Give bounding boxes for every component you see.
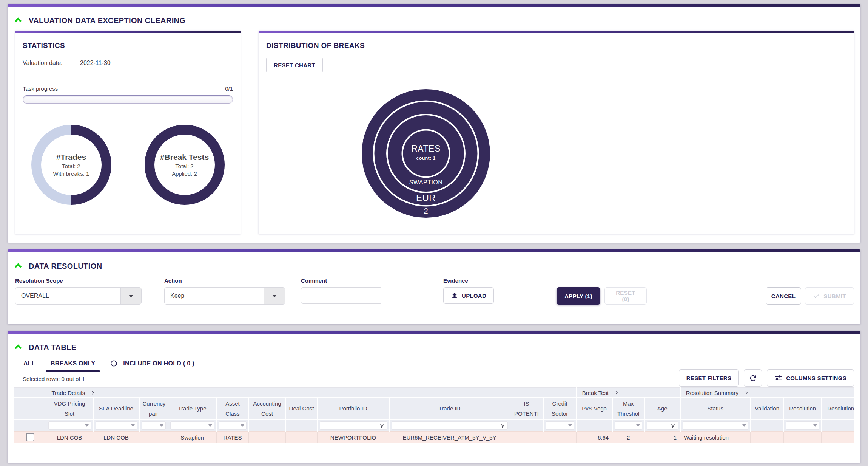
filter-cell — [543, 420, 577, 432]
reset-chart-button[interactable]: RESET CHART — [266, 57, 323, 73]
column-header-age[interactable]: Age — [644, 397, 680, 420]
column-header-col-0 — [14, 397, 46, 420]
filter-trade-type[interactable] — [170, 421, 214, 430]
collapse-chevron-up-icon[interactable] — [14, 16, 23, 25]
filter-cell — [784, 420, 822, 432]
column-header-currency-pair[interactable]: Currency pair — [139, 397, 168, 420]
action-field: Action Keep — [164, 277, 285, 305]
upload-icon — [451, 292, 458, 299]
column-header-validation[interactable]: Validation — [751, 397, 784, 420]
filter-funnel-icon — [670, 423, 676, 429]
action-value: Keep — [165, 293, 264, 299]
reset-button[interactable]: RESET (0) — [604, 287, 647, 305]
trades-donut-center: #Trades Total: 2 With breaks: 1 — [41, 135, 102, 195]
column-header-trade-type[interactable]: Trade Type — [168, 397, 217, 420]
column-header-vdg-pricing-slot[interactable]: VDG Pricing Slot — [46, 397, 93, 420]
action-select[interactable]: Keep — [164, 287, 285, 305]
filter-max-threshol[interactable] — [615, 421, 642, 430]
caret-down-icon — [208, 424, 212, 427]
column-header-accounting-cost[interactable]: Accounting Cost — [249, 397, 286, 420]
column-header-deal-cost[interactable]: Deal Cost — [286, 397, 318, 420]
task-progress-label: Task progress — [23, 85, 58, 92]
column-header-portfolio-id[interactable]: Portfolio ID — [318, 397, 389, 420]
group-header-break-test[interactable]: Break Test — [577, 388, 680, 398]
resolution-scope-select[interactable]: OVERALL — [15, 287, 142, 305]
submit-button[interactable]: SUBMIT — [805, 287, 854, 305]
filter-trade-id[interactable] — [392, 421, 508, 430]
cell-credit-sector — [543, 432, 577, 443]
filter-status[interactable] — [683, 421, 748, 430]
row-checkbox[interactable] — [26, 433, 34, 441]
column-header-trade-id[interactable]: Trade ID — [389, 397, 510, 420]
resolution-scope-field: Resolution Scope OVERALL — [15, 277, 142, 305]
tab-include-on-hold[interactable]: INCLUDE ON HOLD ( 0 ) — [103, 354, 202, 373]
group-header-trade-details[interactable]: Trade Details — [46, 388, 577, 398]
tab-all[interactable]: ALL — [16, 355, 43, 372]
cancel-button[interactable]: CANCEL — [766, 287, 801, 305]
refresh-icon — [749, 374, 757, 382]
valuation-section-title: VALUATION DATA EXCEPTION CLEARING — [29, 16, 185, 25]
column-header-status[interactable]: Status — [680, 397, 751, 420]
select-dropdown-segment[interactable] — [120, 288, 141, 304]
filter-resolution[interactable] — [786, 421, 819, 430]
breaks-table[interactable]: Trade DetailsBreak TestResolution Summar… — [14, 387, 854, 443]
task-progress-value: 0/1 — [225, 85, 233, 92]
tab-include-on-hold-label: INCLUDE ON HOLD ( 0 ) — [123, 360, 194, 367]
reset-filters-button[interactable]: RESET FILTERS — [679, 369, 739, 387]
filter-currency-pair[interactable] — [142, 421, 166, 430]
column-header-resolution[interactable]: Resolution — [822, 397, 854, 420]
cell-trade-type: Swaption — [168, 432, 217, 443]
statistics-panel: STATISTICS Valuation date: 2022-11-30 Ta… — [15, 31, 241, 234]
collapse-chevron-up-icon[interactable] — [14, 262, 23, 271]
cell-pvs-vega: 6.64 — [577, 432, 612, 443]
group-header-resolution-summary[interactable]: Resolution Summary — [680, 388, 854, 398]
select-dropdown-segment[interactable] — [264, 288, 285, 304]
chevron-right-icon — [614, 390, 619, 395]
valuation-panels: STATISTICS Valuation date: 2022-11-30 Ta… — [8, 30, 860, 234]
tab-breaks-only[interactable]: BREAKS ONLY — [43, 355, 103, 372]
break-tests-donut-chart: #Break Tests Total: 2 Applied: 2 — [145, 125, 225, 205]
column-header-credit-sector[interactable]: Credit Sector — [543, 397, 577, 420]
column-header-sla-deadline[interactable]: SLA Deadline — [93, 397, 139, 420]
filter-sla-deadline[interactable] — [96, 421, 137, 430]
collapse-chevron-up-icon[interactable] — [14, 343, 23, 352]
filter-funnel-icon — [379, 423, 385, 429]
refresh-button[interactable] — [744, 369, 762, 387]
cell-vdg-pricing-slot: LDN COB — [46, 432, 93, 443]
upload-button-label: UPLOAD — [462, 293, 486, 299]
column-header-is-potenti[interactable]: IS POTENTI — [510, 397, 543, 420]
upload-button[interactable]: UPLOAD — [443, 287, 494, 304]
break-tests-donut-title: #Break Tests — [160, 153, 209, 162]
column-header-max-threshol[interactable]: Max Threshol — [612, 397, 644, 420]
columns-settings-button[interactable]: COLUMNS SETTINGS — [767, 369, 854, 387]
column-header-resolution[interactable]: Resolution — [784, 397, 822, 420]
filter-portfolio-id[interactable] — [320, 421, 387, 430]
task-progress-row: Task progress 0/1 — [23, 85, 233, 92]
valuation-section: VALUATION DATA EXCEPTION CLEARING STATIS… — [8, 4, 860, 243]
table-row[interactable]: LDN COBLDN COBSwaptionRATESNEWPORTFOLIOE… — [14, 432, 854, 443]
comment-input[interactable] — [301, 287, 382, 304]
column-header-row: VDG Pricing SlotSLA DeadlineCurrency pai… — [14, 397, 854, 420]
filter-age[interactable] — [647, 421, 678, 430]
filter-funnel-icon — [500, 423, 506, 429]
section-accent-bar — [8, 249, 860, 252]
filter-cell — [612, 420, 644, 432]
cell-resolution — [822, 432, 854, 443]
apply-button[interactable]: APPLY (1) — [557, 287, 600, 305]
column-settings-icon — [774, 374, 783, 382]
table-section-title: DATA TABLE — [29, 343, 77, 352]
data-table-section: DATA TABLE ALL BREAKS ONLY INCLUDE ON HO… — [8, 331, 860, 463]
filter-vdg-pricing-slot[interactable] — [48, 421, 91, 430]
filter-cell — [249, 420, 286, 432]
sunburst-center-count: count: 1 — [362, 156, 490, 161]
resolution-scope-value: OVERALL — [15, 293, 120, 299]
task-progress-bar — [23, 95, 233, 104]
column-header-pvs-vega[interactable]: PvS Vega — [577, 397, 612, 420]
cell-accounting-cost — [249, 432, 286, 443]
resolution-section-header: DATA RESOLUTION — [8, 252, 860, 276]
column-header-asset-class[interactable]: Asset Class — [217, 397, 249, 420]
filter-asset-class[interactable] — [219, 421, 247, 430]
breaks-sunburst-chart[interactable]: RATES count: 1 SWAPTION EUR 2 — [362, 89, 490, 218]
filter-credit-sector[interactable] — [546, 421, 574, 430]
filter-cell — [139, 420, 168, 432]
